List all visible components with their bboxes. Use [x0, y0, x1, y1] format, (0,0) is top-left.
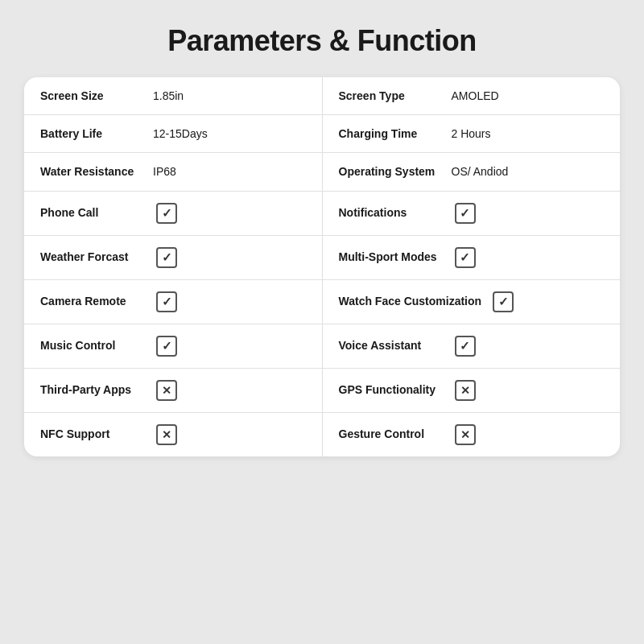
music-control-label: Music Control — [40, 338, 145, 353]
table-row: Phone Call Notifications — [24, 192, 620, 236]
third-party-apps-cell: Third-Party Apps — [24, 369, 323, 412]
nfc-support-label: NFC Support — [40, 427, 145, 441]
charging-time-label: Charging Time — [339, 126, 444, 141]
battery-life-value: 12-15Days — [153, 127, 208, 140]
watch-face-cell: Watch Face Customization — [323, 280, 621, 324]
gesture-control-label: Gesture Control — [339, 427, 444, 441]
table-row: Third-Party Apps GPS Functionality — [24, 369, 620, 413]
camera-remote-check — [156, 291, 177, 312]
camera-remote-label: Camera Remote — [40, 294, 145, 308]
battery-life-cell: Battery Life 12-15Days — [24, 115, 323, 152]
gps-functionality-cell: GPS Functionality — [323, 369, 621, 412]
gesture-control-check — [455, 424, 476, 445]
nfc-support-cell: NFC Support — [24, 413, 323, 456]
nfc-support-check — [156, 424, 177, 445]
screen-type-value: AMOLED — [452, 89, 499, 102]
operating-system-cell: Operating System OS/ Andiod — [323, 153, 621, 190]
phone-call-cell: Phone Call — [24, 192, 323, 235]
parameters-table: Screen Size 1.85in Screen Type AMOLED Ba… — [24, 77, 620, 456]
screen-size-label: Screen Size — [40, 89, 145, 103]
operating-system-value: OS/ Andiod — [452, 165, 509, 178]
table-row: Weather Forcast Multi-Sport Modes — [24, 236, 620, 280]
third-party-apps-check — [156, 380, 177, 401]
table-row: Battery Life 12-15Days Charging Time 2 H… — [24, 115, 620, 153]
phone-call-label: Phone Call — [40, 205, 145, 220]
voice-assistant-cell: Voice Assistant — [323, 324, 621, 368]
multi-sport-cell: Multi-Sport Modes — [323, 236, 621, 279]
music-control-check — [156, 336, 177, 357]
table-row: NFC Support Gesture Control — [24, 413, 620, 456]
gps-functionality-label: GPS Functionality — [339, 382, 444, 397]
camera-remote-cell: Camera Remote — [24, 280, 323, 324]
voice-assistant-label: Voice Assistant — [339, 338, 444, 353]
voice-assistant-check — [455, 336, 476, 357]
music-control-cell: Music Control — [24, 324, 323, 368]
screen-size-cell: Screen Size 1.85in — [24, 77, 323, 114]
battery-life-label: Battery Life — [40, 126, 145, 141]
screen-type-cell: Screen Type AMOLED — [323, 77, 621, 114]
page-title: Parameters & Function — [167, 24, 477, 58]
screen-size-value: 1.85in — [153, 89, 184, 102]
weather-forecast-check — [156, 247, 177, 268]
weather-forecast-label: Weather Forcast — [40, 250, 145, 264]
weather-forecast-cell: Weather Forcast — [24, 236, 323, 279]
table-row: Music Control Voice Assistant — [24, 324, 620, 369]
notifications-check — [455, 203, 476, 224]
table-row: Water Resistance IP68 Operating System O… — [24, 153, 620, 191]
multi-sport-label: Multi-Sport Modes — [339, 250, 444, 264]
notifications-label: Notifications — [339, 205, 444, 220]
watch-face-check — [493, 291, 514, 312]
water-resistance-cell: Water Resistance IP68 — [24, 153, 323, 190]
multi-sport-check — [455, 247, 476, 268]
operating-system-label: Operating System — [339, 164, 444, 179]
page-wrapper: Parameters & Function Screen Size 1.85in… — [0, 0, 644, 644]
third-party-apps-label: Third-Party Apps — [40, 382, 145, 397]
water-resistance-value: IP68 — [153, 165, 176, 178]
charging-time-value: 2 Hours — [452, 127, 491, 140]
notifications-cell: Notifications — [323, 192, 621, 235]
gps-functionality-check — [455, 380, 476, 401]
gesture-control-cell: Gesture Control — [323, 413, 621, 456]
charging-time-cell: Charging Time 2 Hours — [323, 115, 621, 152]
table-row: Camera Remote Watch Face Customization — [24, 280, 620, 324]
watch-face-label: Watch Face Customization — [339, 294, 482, 308]
table-row: Screen Size 1.85in Screen Type AMOLED — [24, 77, 620, 115]
water-resistance-label: Water Resistance — [40, 164, 145, 179]
phone-call-check — [156, 203, 177, 224]
screen-type-label: Screen Type — [339, 89, 444, 103]
